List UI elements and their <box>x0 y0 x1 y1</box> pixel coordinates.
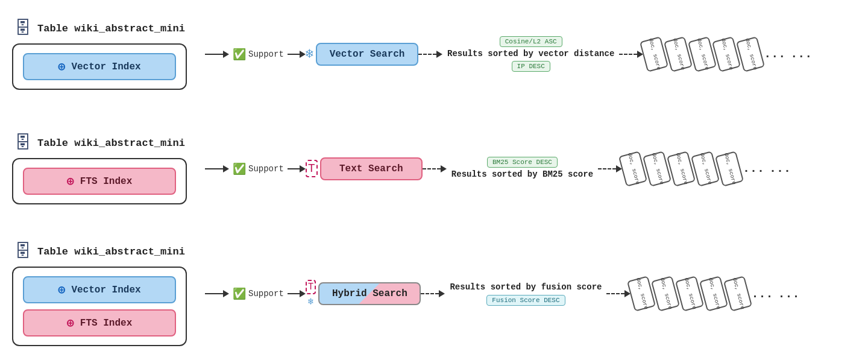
text-search-icon-2: T <box>306 160 318 177</box>
doc-card-1-3: doc, score <box>688 36 717 72</box>
text-search-box: Text Search <box>320 157 423 180</box>
row-hybrid: 🗄 Table wiki_abstract_mini ⊕ Vector Inde… <box>12 241 856 346</box>
table-block-1: 🗄 Table wiki_abstract_mini ⊕ Vector Inde… <box>12 18 205 90</box>
diagram-container: 🗄 Table wiki_abstract_mini ⊕ Vector Inde… <box>0 0 868 357</box>
flow-icon-1: ⊕ <box>58 59 65 74</box>
db-icon-3: 🗄 <box>14 241 31 262</box>
vector-search-label: Vector Search <box>330 49 405 60</box>
table-name-1: Table wiki_abstract_mini <box>37 23 185 34</box>
search-group-1: ❄ Vector Search <box>306 43 418 66</box>
arrowhead-1c <box>436 51 442 58</box>
hybrid-icon-group: T ❄ <box>306 280 316 308</box>
doc-card-1-2: doc, score <box>664 36 693 72</box>
doc-card-2-3: doc, score <box>667 151 696 187</box>
fts-index-box: ⊕ FTS Index <box>23 168 176 195</box>
doc-card-2-1: doc, score <box>618 151 647 187</box>
line-2b <box>288 168 300 169</box>
badge-top-2: BM25 Score DESC <box>487 157 558 168</box>
arrowhead-2a <box>223 165 229 172</box>
check-icon-3: ✅ <box>233 287 246 300</box>
dots-2b: ... <box>767 162 793 175</box>
table-block-2: 🗄 Table wiki_abstract_mini ⊕ FTS Index <box>12 133 205 204</box>
arrow-to-search-1 <box>288 51 306 58</box>
snowflake-icon-1: ❄ <box>306 46 313 62</box>
arrow-to-support-3 <box>205 290 229 297</box>
db-icon-2: 🗄 <box>14 133 31 153</box>
support-text-3: Support <box>248 289 284 299</box>
badge-bottom-3: Fusion Score DESC <box>486 295 565 306</box>
table-header-3: 🗄 Table wiki_abstract_mini <box>12 241 185 262</box>
doc-card-1-4: doc, score <box>712 36 741 72</box>
search-group-2: T Text Search <box>306 157 423 180</box>
arrow-to-support-2 <box>205 165 229 172</box>
dashed-line-2 <box>423 168 441 169</box>
support-group-3: ✅ Support <box>233 287 284 300</box>
line-3a <box>205 293 223 294</box>
text-search-label: Text Search <box>339 163 403 174</box>
support-group-2: ✅ Support <box>233 162 284 175</box>
support-group-1: ✅ Support <box>233 48 284 61</box>
doc-card-2-5: doc, score <box>715 151 744 187</box>
vector-index-label-3: Vector Index <box>71 285 140 295</box>
dots-3a: ... <box>749 287 775 301</box>
flow-icon-2: ⊕ <box>67 174 74 189</box>
result-text-3: Results sorted by fusion score <box>450 282 602 294</box>
table-border-1: ⊕ Vector Index <box>12 43 187 90</box>
dashed-arrow-3b <box>606 290 631 297</box>
table-header-1: 🗄 Table wiki_abstract_mini <box>12 18 185 39</box>
dashed-line-1 <box>418 54 436 55</box>
support-text-2: Support <box>248 164 284 174</box>
doc-cards-1: doc, score doc, score doc, score doc, sc… <box>643 39 761 70</box>
dashed-line-3 <box>421 293 439 294</box>
arrowhead-3b <box>300 290 306 297</box>
check-icon-1: ✅ <box>233 48 246 61</box>
arrow-to-search-2 <box>288 165 306 172</box>
flow-icon-3b: ⊕ <box>67 315 74 330</box>
doc-cards-3: doc, score doc, score doc, score doc, sc… <box>631 278 749 309</box>
arrowhead-3a <box>223 290 229 297</box>
row-text: 🗄 Table wiki_abstract_mini ⊕ FTS Index ✅… <box>12 133 856 204</box>
arrowhead-2b <box>300 165 306 172</box>
results-area-3: Results sorted by fusion score Fusion Sc… <box>450 282 602 306</box>
dashed-arrow-3 <box>421 290 445 297</box>
fts-index-label: FTS Index <box>80 176 132 187</box>
vector-index-label-1: Vector Index <box>71 62 140 72</box>
table-header-2: 🗄 Table wiki_abstract_mini <box>12 133 185 153</box>
line-1a <box>205 54 223 55</box>
search-group-3: T ❄ Hybrid Search <box>306 280 421 308</box>
hybrid-search-box: Hybrid Search <box>318 282 421 305</box>
arrowhead-1b <box>300 51 306 58</box>
table-border-3: ⊕ Vector Index ⊕ FTS Index <box>12 267 187 346</box>
arrow-to-support-1 <box>205 51 229 58</box>
table-border-2: ⊕ FTS Index <box>12 158 187 204</box>
fts-index-box-3: ⊕ FTS Index <box>23 309 176 336</box>
vector-index-box-1: ⊕ Vector Index <box>23 53 176 80</box>
arrowhead-2c <box>441 165 447 172</box>
row-vector: 🗄 Table wiki_abstract_mini ⊕ Vector Inde… <box>12 18 856 90</box>
dashed-line-2b <box>598 168 616 169</box>
flow-icon-3a: ⊕ <box>58 282 65 297</box>
results-area-2: BM25 Score DESC Results sorted by BM25 s… <box>451 157 593 181</box>
check-icon-2: ✅ <box>233 162 246 175</box>
dashed-arrow-2 <box>423 165 447 172</box>
doc-card-1-5: doc, score <box>736 36 765 72</box>
doc-card-3-5: doc, score <box>723 276 752 312</box>
badge-top-1: Cosine/L2 ASC <box>500 36 562 47</box>
dual-index: ⊕ Vector Index ⊕ FTS Index <box>23 276 176 336</box>
results-area-1: Cosine/L2 ASC Results sorted by vector d… <box>447 36 614 72</box>
doc-card-2-2: doc, score <box>643 151 671 187</box>
dashed-arrow-2b <box>598 165 622 172</box>
line-1b <box>288 54 300 55</box>
dashed-arrow-1 <box>418 51 442 58</box>
dashed-line-1b <box>619 54 637 55</box>
hybrid-search-label: Hybrid Search <box>332 288 407 299</box>
table-block-3: 🗄 Table wiki_abstract_mini ⊕ Vector Inde… <box>12 241 205 346</box>
dots-2a: ... <box>740 162 767 175</box>
doc-card-1-1: doc, score <box>640 36 668 72</box>
arrowhead-3c <box>439 290 445 297</box>
badge-bottom-1: IP DESC <box>512 61 550 72</box>
result-text-2: Results sorted by BM25 score <box>451 169 593 181</box>
doc-cards-2: doc, score doc, score doc, score doc, sc… <box>622 153 740 185</box>
vector-index-box-3: ⊕ Vector Index <box>23 276 176 303</box>
dots-3b: ... <box>775 287 802 301</box>
